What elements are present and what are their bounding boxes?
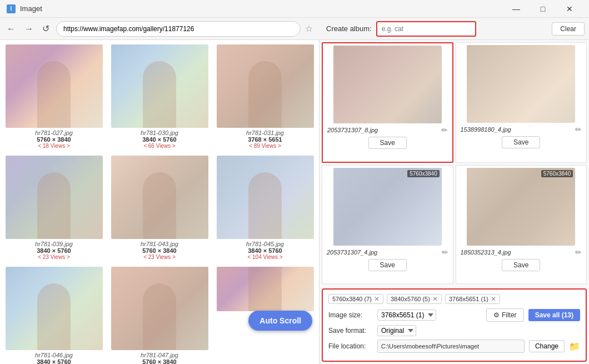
list-item: 5760x3840 2053731307_4.jpg ✏ Save: [322, 165, 453, 285]
gallery-dims: 3840 × 5760: [141, 136, 178, 143]
gallery-info: hr781-046.jpg 3840 × 5760 < 12 Views >: [35, 352, 73, 364]
file-location-label: File location:: [328, 342, 373, 350]
clear-button[interactable]: Clear: [552, 22, 585, 36]
refresh-button[interactable]: ↺: [40, 22, 52, 35]
gallery-filename: hr781-045.jpg: [246, 241, 284, 247]
save-format-select[interactable]: Original JPEG PNG WEBP: [377, 325, 416, 336]
gallery-info: hr781-031.jpg 3768 × 5651 < 89 Views >: [246, 129, 284, 149]
auto-scroll-button[interactable]: Auto Scroll: [248, 311, 312, 331]
gallery-views: < 104 Views >: [246, 254, 284, 260]
maximize-button[interactable]: □: [530, 0, 556, 18]
edit-icon[interactable]: ✏: [442, 248, 448, 257]
download-filename: 1850352313_4.jpg: [461, 249, 511, 256]
app-title: Imaget: [20, 4, 42, 13]
gallery-info: hr781-043.jpg 5760 × 3840 < 23 Views >: [141, 241, 178, 260]
gallery-filename: hr781-046.jpg: [35, 352, 73, 358]
gallery-info: hr781-030.jpg 3840 × 5760 < 66 Views >: [141, 129, 178, 149]
tag-remove-button[interactable]: ✕: [432, 296, 438, 302]
gallery-filename: hr781-027.jpg: [35, 129, 73, 136]
tag-label: 5760x3840 (7): [332, 296, 372, 302]
edit-icon[interactable]: ✏: [441, 126, 448, 134]
gallery-dims: 5760 × 3840: [141, 247, 178, 254]
folder-icon-button[interactable]: 📁: [569, 341, 580, 352]
back-button[interactable]: ←: [4, 23, 18, 35]
gallery-thumb[interactable]: [217, 44, 314, 128]
filter-panel: 5760x3840 (7) ✕ 3840x5760 (5) ✕ 3768x565…: [322, 288, 587, 362]
gallery-info: hr781-039.jpg 3840 × 5760 < 23 Views >: [35, 241, 73, 260]
save-button[interactable]: Save: [368, 259, 407, 271]
gallery-dims: 3840 × 5760: [35, 358, 73, 364]
gallery-panel: hr781-027.jpg 5760 × 3840 < 18 Views > h…: [0, 40, 320, 364]
gallery-thumb[interactable]: [111, 267, 208, 350]
download-item-footer: 1538998180_4.jpg ✏: [458, 125, 585, 134]
save-button[interactable]: Save: [368, 137, 407, 149]
gallery-thumb[interactable]: [111, 156, 208, 239]
download-filename: 2053731307_8.jpg: [327, 127, 378, 133]
gallery-filename: hr781-039.jpg: [35, 241, 73, 247]
gallery-dims: 5760 × 3840: [141, 358, 178, 364]
save-button[interactable]: Save: [502, 259, 540, 271]
gallery-views: < 23 Views >: [35, 254, 73, 260]
save-format-label: Save format:: [328, 327, 373, 335]
album-section: Create album: Clear: [326, 21, 585, 37]
download-thumb[interactable]: 5760x3840: [333, 168, 442, 246]
gallery-thumb[interactable]: [6, 44, 103, 128]
gallery-dims: 3840 × 5760: [35, 247, 73, 254]
gallery-thumb[interactable]: [6, 267, 103, 350]
save-button[interactable]: Save: [502, 136, 540, 148]
image-size-row: Image size: 3768x5651 (1) 5760x3840 (7) …: [328, 308, 580, 322]
gallery-filename: hr781-031.jpg: [246, 129, 284, 136]
image-size-select[interactable]: 3768x5651 (1) 5760x3840 (7) 3840x5760 (5…: [377, 310, 436, 321]
image-size-label: Image size:: [328, 311, 373, 319]
download-grid: 2053731307_8.jpg ✏ Save 1538998180_4.jpg…: [320, 40, 589, 286]
edit-icon[interactable]: ✏: [575, 248, 582, 257]
download-thumb[interactable]: 5760x3840: [467, 168, 575, 246]
list-item: 2053731307_8.jpg ✏ Save: [322, 42, 453, 163]
filter-button[interactable]: ⚙ Filter: [486, 308, 524, 322]
gallery-thumb[interactable]: [6, 156, 103, 239]
download-item-footer: 2053731307_8.jpg ✏: [325, 126, 450, 134]
filter-tags: 5760x3840 (7) ✕ 3840x5760 (5) ✕ 3768x565…: [328, 294, 580, 304]
gallery-dims: 3840 × 5760: [246, 247, 284, 254]
list-item: hr781-027.jpg 5760 × 3840 < 18 Views >: [2, 42, 106, 151]
gallery-dims: 5760 × 3840: [35, 136, 73, 143]
list-item: hr781-043.jpg 5760 × 3840 < 23 Views >: [108, 153, 211, 262]
gallery-thumb[interactable]: [217, 267, 314, 311]
tag-label: 3768x5651 (1): [449, 296, 488, 302]
save-all-button[interactable]: Save all (13): [528, 309, 580, 321]
bookmark-button[interactable]: ☆: [305, 23, 313, 34]
album-input[interactable]: [376, 21, 476, 37]
list-item: hr781-046.jpg 3840 × 5760 < 12 Views >: [2, 265, 106, 364]
gallery-thumb[interactable]: [111, 44, 208, 128]
list-item: hr781-047.jpg 5760 × 3840 < 8 Views >: [108, 265, 211, 364]
gallery-views: < 89 Views >: [246, 143, 284, 149]
filter-tag: 5760x3840 (7) ✕: [328, 294, 383, 304]
change-button[interactable]: Change: [529, 340, 565, 352]
minimize-button[interactable]: —: [503, 0, 529, 18]
edit-icon[interactable]: ✏: [575, 125, 582, 134]
list-item: hr781-030.jpg 3840 × 5760 < 66 Views >: [108, 42, 211, 151]
list-item: hr781-039.jpg 3840 × 5760 < 23 Views >: [2, 153, 106, 262]
filter-tag: 3768x5651 (1) ✕: [445, 294, 500, 304]
forward-button[interactable]: →: [22, 23, 36, 35]
file-location-row: File location: Change 📁: [328, 340, 580, 353]
download-item-footer: 2053731307_4.jpg ✏: [325, 248, 451, 257]
gallery-info: hr781-027.jpg 5760 × 3840 < 18 Views >: [35, 129, 73, 149]
album-label: Create album:: [326, 24, 372, 33]
list-item: hr781-045.jpg 3840 × 5760 < 104 Views >: [213, 153, 317, 262]
close-button[interactable]: ✕: [557, 0, 582, 18]
gallery-views: < 23 Views >: [141, 254, 178, 260]
tag-remove-button[interactable]: ✕: [374, 296, 380, 302]
url-input[interactable]: [56, 21, 301, 37]
file-location-input[interactable]: [377, 340, 525, 353]
title-bar: I Imaget — □ ✕: [0, 0, 589, 18]
download-item-footer: 1850352313_4.jpg ✏: [458, 248, 585, 257]
gallery-thumb[interactable]: [217, 156, 314, 239]
download-thumb[interactable]: [333, 46, 442, 123]
tag-remove-button[interactable]: ✕: [491, 296, 496, 302]
right-panel: 2053731307_8.jpg ✏ Save 1538998180_4.jpg…: [320, 40, 589, 364]
gallery-info: hr781-045.jpg 3840 × 5760 < 104 Views >: [246, 241, 284, 260]
download-thumb[interactable]: [467, 45, 575, 123]
window-controls: — □ ✕: [503, 0, 582, 18]
filter-icon: ⚙: [493, 311, 500, 319]
